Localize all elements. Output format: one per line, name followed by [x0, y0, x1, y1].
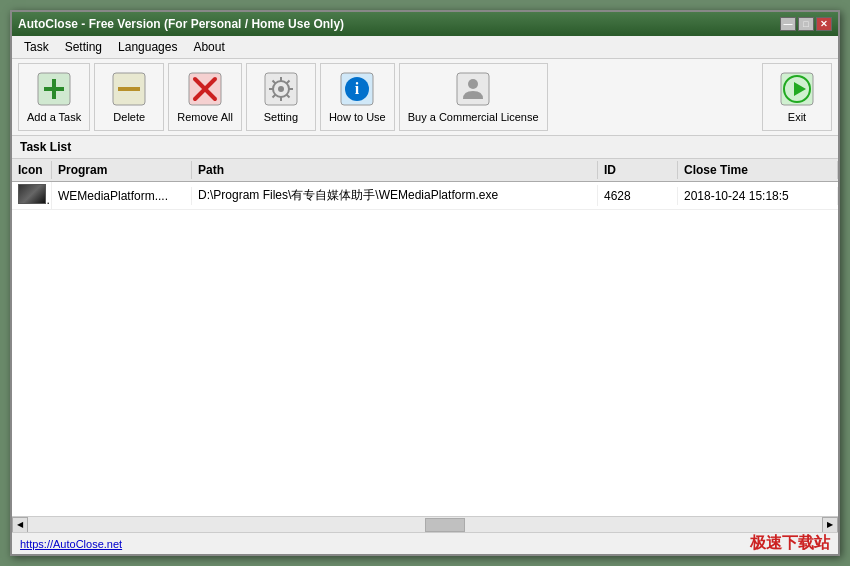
how-to-use-button[interactable]: i How to Use — [320, 63, 395, 131]
minimize-button[interactable]: — — [780, 17, 796, 31]
exit-icon — [779, 71, 815, 107]
maximize-button[interactable]: □ — [798, 17, 814, 31]
buy-icon — [455, 71, 491, 107]
title-bar: AutoClose - Free Version (For Personal /… — [12, 12, 838, 36]
watermark-text: 极速下载站 — [750, 533, 830, 554]
svg-rect-2 — [44, 87, 64, 91]
how-to-use-label: How to Use — [329, 111, 386, 123]
scroll-thumb[interactable] — [425, 518, 465, 532]
remove-all-label: Remove All — [177, 111, 233, 123]
svg-text:i: i — [355, 80, 360, 97]
col-icon: Icon — [12, 161, 52, 179]
table-row[interactable]: WEMediaPlatform.... D:\Program Files\有专自… — [12, 182, 838, 210]
col-close-time: Close Time — [678, 161, 838, 179]
toolbar: Add a Task Delete Remove All — [12, 59, 838, 136]
status-bar: https://AutoClose.net 极速下载站 — [12, 532, 838, 554]
svg-rect-4 — [118, 87, 140, 91]
scroll-left-btn[interactable]: ◀ — [12, 517, 28, 533]
menu-bar: Task Setting Languages About — [12, 36, 838, 59]
program-icon — [18, 184, 46, 204]
remove-all-button[interactable]: Remove All — [168, 63, 242, 131]
col-program: Program — [52, 161, 192, 179]
task-list-label: Task List — [12, 136, 838, 159]
scroll-track[interactable] — [28, 517, 822, 533]
cell-program: WEMediaPlatform.... — [52, 187, 192, 205]
delete-icon — [111, 71, 147, 107]
howto-icon: i — [339, 71, 375, 107]
window-title: AutoClose - Free Version (For Personal /… — [18, 17, 344, 31]
svg-point-10 — [278, 86, 284, 92]
close-button[interactable]: ✕ — [816, 17, 832, 31]
menu-task[interactable]: Task — [16, 38, 57, 56]
buy-license-label: Buy a Commercial License — [408, 111, 539, 123]
table-body: WEMediaPlatform.... D:\Program Files\有专自… — [12, 182, 838, 516]
svg-point-15 — [468, 79, 478, 89]
main-content: Task List Icon Program Path ID Close Tim… — [12, 136, 838, 532]
website-link[interactable]: https://AutoClose.net — [20, 538, 122, 550]
add-task-button[interactable]: Add a Task — [18, 63, 90, 131]
setting-icon — [263, 71, 299, 107]
cell-id: 4628 — [598, 187, 678, 205]
setting-button[interactable]: Setting — [246, 63, 316, 131]
setting-label: Setting — [264, 111, 298, 123]
cell-icon — [12, 182, 52, 209]
buy-license-button[interactable]: Buy a Commercial License — [399, 63, 548, 131]
horizontal-scrollbar[interactable]: ◀ ▶ — [12, 516, 838, 532]
exit-button[interactable]: Exit — [762, 63, 832, 131]
main-window: AutoClose - Free Version (For Personal /… — [10, 10, 840, 556]
cell-path: D:\Program Files\有专自媒体助手\WEMediaPlatform… — [192, 185, 598, 206]
table-header: Icon Program Path ID Close Time — [12, 159, 838, 182]
add-task-icon — [36, 71, 72, 107]
menu-setting[interactable]: Setting — [57, 38, 110, 56]
menu-languages[interactable]: Languages — [110, 38, 185, 56]
col-id: ID — [598, 161, 678, 179]
col-path: Path — [192, 161, 598, 179]
scroll-right-btn[interactable]: ▶ — [822, 517, 838, 533]
exit-label: Exit — [788, 111, 806, 123]
menu-about[interactable]: About — [185, 38, 232, 56]
delete-label: Delete — [113, 111, 145, 123]
remove-all-icon — [187, 71, 223, 107]
cell-close-time: 2018-10-24 15:18:5 — [678, 187, 838, 205]
window-controls: — □ ✕ — [780, 17, 832, 31]
delete-button[interactable]: Delete — [94, 63, 164, 131]
add-task-label: Add a Task — [27, 111, 81, 123]
